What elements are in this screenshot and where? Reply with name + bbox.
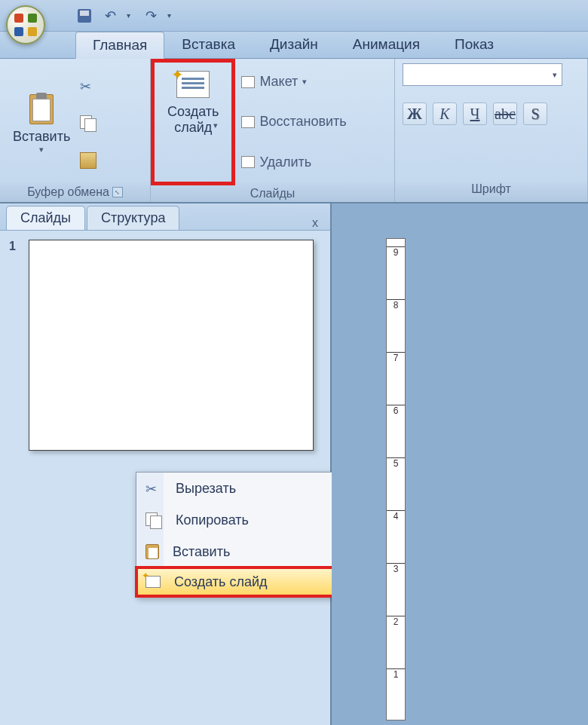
new-slide-icon: ✦ [176,71,210,98]
save-button[interactable] [75,7,93,25]
format-painter-button[interactable] [80,152,96,169]
clipboard-icon [25,93,58,126]
layout-button[interactable]: Макет ▾ [241,74,346,90]
vertical-ruler: 9 8 7 6 5 4 3 2 1 [386,238,406,720]
context-menu: Вырезать Копировать Вставить Создать сла… [136,472,357,597]
slide-thumbnails[interactable]: 1 [0,231,330,460]
font-group-label: Шрифт [398,181,584,197]
cut-button[interactable] [80,78,96,95]
copy-icon [145,512,162,528]
tab-slideshow[interactable]: Показ [437,31,511,58]
slides-panel: Слайды Структура x 1 Вырезать Копировать… [0,203,332,725]
new-slide-label: Создать слайд [167,104,219,136]
delete-icon [241,156,255,168]
slide-thumbnail-1[interactable] [29,240,314,451]
reset-icon [241,116,255,128]
paste-icon [145,544,159,559]
save-icon [78,9,91,23]
scissors-icon [145,481,162,496]
font-name-select[interactable]: ▾ [403,63,562,86]
slides-group-label: Слайды [146,185,399,202]
slide-number: 1 [9,240,16,253]
workspace: Слайды Структура x 1 Вырезать Копировать… [0,203,588,725]
panel-tabs: Слайды Структура x [0,203,330,231]
context-paste[interactable]: Вставить [136,536,357,567]
tab-design[interactable]: Дизайн [253,31,335,58]
context-new-slide[interactable]: Создать слайд [135,566,358,598]
paste-button[interactable]: Вставить ▾ [6,63,77,184]
clipboard-launcher[interactable]: ⤡ [112,187,123,197]
paste-label: Вставить [13,129,70,145]
context-cut[interactable]: Вырезать [136,473,357,504]
qat-customize-dropdown[interactable]: ▾ [167,11,175,20]
ribbon-tabs: Главная Вставка Дизайн Анимация Показ [0,32,588,59]
panel-tab-slides[interactable]: Слайды [6,206,85,230]
ribbon: Вставить ▾ Буфер обмена ⤡ ✦ Создать слай… [0,59,588,203]
reset-button[interactable]: Восстановить [241,114,346,130]
clipboard-small-buttons [77,63,100,184]
delete-button[interactable]: Удалить [241,154,346,170]
undo-button[interactable]: ↶ [101,7,119,25]
new-slide-small-icon [145,576,161,588]
copy-button[interactable] [80,115,96,132]
clipboard-group: Вставить ▾ Буфер обмена ⤡ [0,59,151,202]
new-slide-button[interactable]: ✦ Создать слайд ▾ [161,67,225,134]
font-dropdown-icon: ▾ [553,70,557,80]
underline-button[interactable]: Ч [463,102,487,125]
font-group: ▾ Ж К Ч abc S Шрифт [395,59,588,202]
text-shadow-button[interactable]: S [523,102,547,125]
font-style-buttons: Ж К Ч abc S [403,102,580,125]
editor-area[interactable]: 9 8 7 6 5 4 3 2 1 [332,203,588,725]
strikethrough-button[interactable]: abc [493,102,517,125]
tab-home[interactable]: Главная [75,32,164,59]
paste-dropdown-icon: ▾ [39,145,44,154]
bold-button[interactable]: Ж [403,102,427,125]
layout-icon [241,76,255,88]
panel-tab-structure[interactable]: Структура [87,206,179,230]
tab-insert[interactable]: Вставка [164,31,253,58]
new-slide-dropdown-icon: ▾ [213,121,218,130]
tab-animation[interactable]: Анимация [335,31,437,58]
slides-group: ✦ Создать слайд ▾ Макет ▾ Восстановить [151,59,395,202]
undo-dropdown[interactable]: ▾ [127,11,134,20]
office-logo-icon [14,14,37,36]
quick-access-toolbar: ↶ ▾ ↷ ▾ [75,7,175,25]
panel-close-button[interactable]: x [306,216,324,230]
slides-options: Макет ▾ Восстановить Удалить [235,59,352,185]
italic-button[interactable]: К [433,102,457,125]
title-bar: ↶ ▾ ↷ ▾ [0,0,588,32]
office-button[interactable] [6,5,45,44]
new-slide-highlight: ✦ Создать слайд ▾ [151,59,235,185]
context-copy[interactable]: Копировать [136,504,357,536]
redo-button[interactable]: ↷ [142,7,160,25]
clipboard-group-label: Буфер обмена ⤡ [2,184,149,200]
